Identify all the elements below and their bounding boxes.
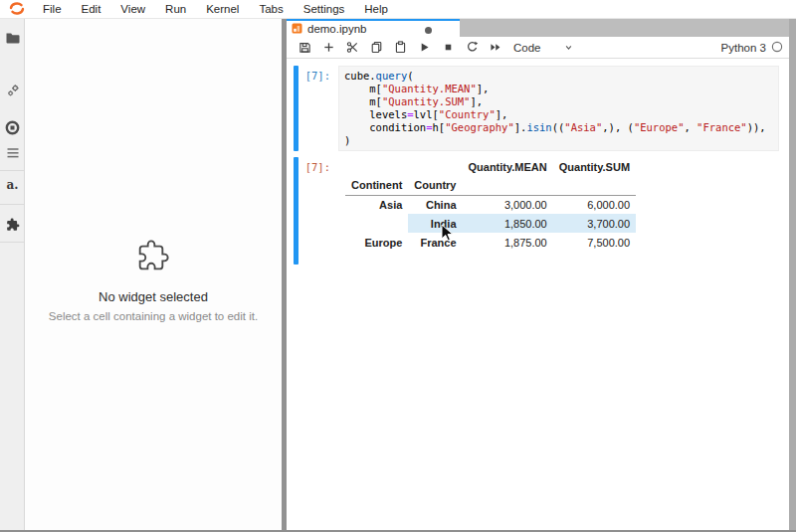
index-header-row: Continent Country xyxy=(345,176,636,195)
menu-help[interactable]: Help xyxy=(354,3,398,15)
run-cell-button[interactable] xyxy=(412,39,436,57)
index-header-continent: Continent xyxy=(345,176,408,195)
col-header-quantity-sum: Quantity.SUM xyxy=(553,157,636,176)
menu-file[interactable]: File xyxy=(33,3,72,15)
cell-type-value: Code xyxy=(513,42,541,54)
kernel-status-icon xyxy=(771,39,783,57)
run-all-button[interactable] xyxy=(484,39,507,57)
puzzle-outline-icon xyxy=(136,258,170,274)
running-kernels-icon[interactable] xyxy=(5,83,20,97)
copy-cells-button[interactable] xyxy=(364,39,388,57)
notebook-file-icon xyxy=(292,20,302,38)
stop-circle-icon[interactable] xyxy=(5,120,20,135)
code-line: cube.query( xyxy=(344,70,773,83)
output-cell: [7]: Quantity.MEAN Quantity.SUM Continen… xyxy=(287,157,789,265)
code-editor[interactable]: cube.query( m["Quantity.MEAN"], m["Quant… xyxy=(338,66,779,151)
menu-kernel[interactable]: Kernel xyxy=(196,3,249,15)
mouse-cursor xyxy=(441,224,454,246)
widget-puzzle-icon[interactable] xyxy=(5,217,20,232)
widget-editor-panel: No widget selected Select a cell contain… xyxy=(25,19,282,530)
save-button[interactable] xyxy=(293,39,316,57)
atoti-logo-icon xyxy=(7,1,27,17)
output-prompt: [7]: xyxy=(298,157,330,265)
sidebar-divider xyxy=(0,204,24,205)
code-line: levels=lvl["Country"], xyxy=(344,108,773,121)
unsaved-changes-dot[interactable] xyxy=(425,27,432,34)
table-of-contents-icon[interactable] xyxy=(5,145,20,160)
interrupt-kernel-button[interactable] xyxy=(436,39,460,57)
col-header-quantity-mean: Quantity.MEAN xyxy=(463,157,553,176)
output-area: Quantity.MEAN Quantity.SUM Continent Cou… xyxy=(338,157,779,265)
menu-run[interactable]: Run xyxy=(155,3,196,15)
restart-kernel-button[interactable] xyxy=(460,39,484,57)
menu-settings[interactable]: Settings xyxy=(294,3,355,15)
table-header-row: Quantity.MEAN Quantity.SUM xyxy=(345,157,636,176)
index-header-country: Country xyxy=(408,176,462,195)
code-line: ) xyxy=(344,134,773,147)
dataframe-table: Quantity.MEAN Quantity.SUM Continent Cou… xyxy=(345,157,636,252)
chevron-down-icon xyxy=(563,42,574,53)
cut-cells-button[interactable] xyxy=(340,39,364,57)
sidebar-divider xyxy=(0,170,24,171)
code-line: condition=h["Geography"].isin(("Asia",),… xyxy=(344,121,773,134)
code-cell: [7]: cube.query( m["Quantity.MEAN"], m["… xyxy=(287,66,789,151)
file-browser-icon[interactable] xyxy=(5,30,20,45)
widget-panel-subtitle: Select a cell containing a widget to edi… xyxy=(25,310,282,322)
widget-panel-title: No widget selected xyxy=(25,289,282,304)
insert-cell-button[interactable] xyxy=(316,39,340,57)
code-line: m["Quantity.SUM"], xyxy=(344,95,773,108)
menu-view[interactable]: View xyxy=(110,3,155,15)
menu-bar: File Edit View Run Kernel Tabs Settings … xyxy=(0,0,796,19)
menu-tabs[interactable]: Tabs xyxy=(249,3,293,15)
input-prompt: [7]: xyxy=(298,66,330,151)
table-row: Asia China 3,000.00 6,000.00 xyxy=(345,195,636,214)
code-line: m["Quantity.MEAN"], xyxy=(344,83,773,95)
table-row: Europe France 1,875.00 7,500.00 xyxy=(345,233,636,252)
notebook-cells: [7]: cube.query( m["Quantity.MEAN"], m["… xyxy=(287,66,789,265)
jupyterlab-window: File Edit View Run Kernel Tabs Settings … xyxy=(0,0,796,532)
table-row-hovered: India 1,850.00 3,700.00 xyxy=(345,214,636,233)
activity-sidebar: a. xyxy=(0,19,25,530)
tab-title: demo.ipynb xyxy=(307,23,366,35)
sidebar-divider xyxy=(0,242,24,243)
notebook-toolbar: Code Python 3 xyxy=(287,37,789,59)
tab-demo-ipynb[interactable]: demo.ipynb xyxy=(287,19,460,37)
tab-bar: demo.ipynb xyxy=(287,19,789,37)
notebook-area: demo.ipynb xyxy=(287,19,789,530)
kernel-name: Python 3 xyxy=(721,42,766,54)
atoti-tab-icon[interactable]: a. xyxy=(5,177,20,192)
window-edge-strip xyxy=(789,19,796,532)
menu-edit[interactable]: Edit xyxy=(72,3,111,15)
paste-cells-button[interactable] xyxy=(388,39,412,57)
cell-type-dropdown[interactable]: Code xyxy=(513,42,574,54)
kernel-indicator[interactable]: Python 3 xyxy=(721,39,783,57)
